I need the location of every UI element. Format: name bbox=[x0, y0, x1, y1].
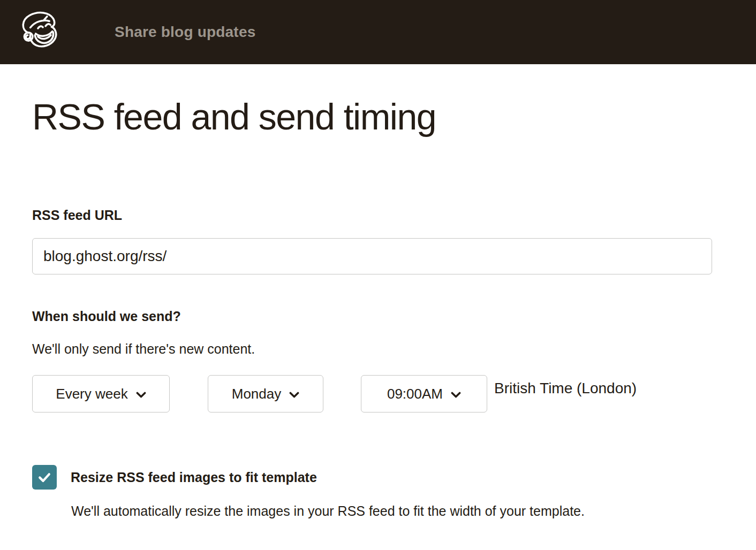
page-title: RSS feed and send timing bbox=[32, 96, 712, 137]
rss-url-input[interactable] bbox=[32, 238, 712, 274]
resize-images-description: We'll automatically resize the images in… bbox=[71, 503, 712, 519]
send-schedule-heading: When should we send? bbox=[32, 309, 712, 324]
chevron-down-icon bbox=[136, 392, 146, 398]
app-header: Share blog updates bbox=[0, 0, 756, 64]
chevron-down-icon bbox=[451, 392, 461, 398]
frequency-value: Every week bbox=[56, 386, 127, 402]
resize-images-checkbox[interactable] bbox=[32, 465, 57, 490]
rss-setup-page: Share blog updates RSS feed and send tim… bbox=[0, 0, 756, 550]
resize-option-row: Resize RSS feed images to fit template bbox=[32, 465, 712, 490]
resize-images-label[interactable]: Resize RSS feed images to fit template bbox=[71, 470, 317, 485]
timezone-label: British Time (London) bbox=[494, 380, 637, 397]
campaign-name: Share blog updates bbox=[115, 24, 255, 41]
send-schedule-note: We'll only send if there's new content. bbox=[32, 341, 712, 357]
frequency-select[interactable]: Every week bbox=[32, 375, 170, 412]
chevron-down-icon bbox=[289, 392, 299, 398]
main-content: RSS feed and send timing RSS feed URL Wh… bbox=[0, 96, 756, 519]
check-icon bbox=[36, 469, 52, 485]
send-schedule-controls: Every week Monday 09:00AM British Time (… bbox=[32, 375, 712, 412]
mailchimp-logo[interactable] bbox=[18, 6, 60, 58]
time-value: 09:00AM bbox=[387, 386, 443, 402]
freddie-icon bbox=[18, 6, 60, 58]
day-select[interactable]: Monday bbox=[208, 375, 323, 412]
time-select[interactable]: 09:00AM bbox=[361, 375, 487, 412]
rss-url-label: RSS feed URL bbox=[32, 208, 712, 223]
day-value: Monday bbox=[232, 386, 282, 402]
